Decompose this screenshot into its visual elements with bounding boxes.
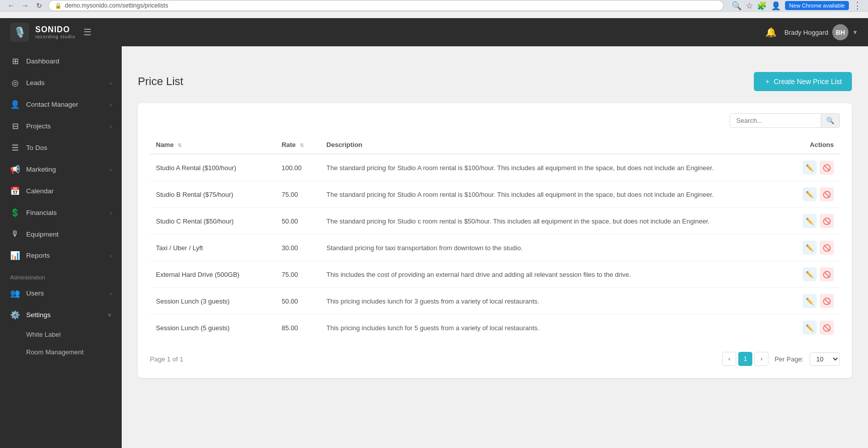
delete-button[interactable]: 🚫	[820, 267, 834, 281]
sidebar-item-todos[interactable]: ☰ To Dos	[0, 137, 122, 159]
sidebar-item-contact-manager[interactable]: 👤 Contact Manager ›	[0, 94, 122, 115]
cell-rate: 75.00	[276, 261, 320, 288]
cell-name: Session Lunch (3 guests)	[150, 288, 276, 315]
cell-rate: 85.00	[276, 315, 320, 341]
bell-icon[interactable]: 🔔	[765, 27, 776, 38]
contact-manager-icon: 👤	[10, 100, 20, 109]
page-title: Price List	[138, 75, 183, 88]
projects-icon: ⊟	[10, 121, 20, 131]
cell-actions: ✏️ 🚫	[783, 208, 840, 235]
sidebar-item-equipment[interactable]: 🎙 Equipment	[0, 223, 122, 245]
cell-name: Studio C Rental ($50/hour)	[150, 208, 276, 235]
header-right: 🔔 Brady Hoggard BH ▼	[765, 24, 858, 40]
sidebar: ⊞ Dashboard ◎ Leads › 👤 Contact Manager …	[0, 46, 122, 448]
sidebar-item-label: Users	[26, 289, 44, 297]
sidebar-item-reports[interactable]: 📊 Reports ›	[0, 245, 122, 266]
reload-btn[interactable]: ↻	[34, 1, 44, 11]
sidebar-item-calendar[interactable]: 📅 Calendar	[0, 180, 122, 202]
user-info[interactable]: Brady Hoggard BH ▼	[785, 24, 858, 40]
price-list-card: 🔍 Name ⇅ Rate ⇅ Description	[138, 103, 852, 378]
sidebar-item-marketing[interactable]: 📢 Marketing ›	[0, 159, 122, 180]
plus-icon: ＋	[764, 77, 771, 86]
search-button[interactable]: 🔍	[821, 114, 839, 127]
search-input[interactable]	[730, 114, 821, 127]
sidebar-item-dashboard[interactable]: ⊞ Dashboard	[0, 50, 122, 72]
cell-actions: ✏️ 🚫	[783, 181, 840, 208]
forward-btn[interactable]: →	[20, 1, 30, 11]
sidebar-item-leads[interactable]: ◎ Leads ›	[0, 72, 122, 94]
page-btn-1[interactable]: 1	[738, 352, 752, 366]
actions-cell: ✏️ 🚫	[789, 187, 834, 201]
prev-page-btn[interactable]: ‹	[722, 352, 736, 366]
financials-icon: 💲	[10, 208, 20, 217]
edit-button[interactable]: ✏️	[803, 161, 817, 175]
marketing-icon: 📢	[10, 165, 20, 174]
delete-button[interactable]: 🚫	[820, 294, 834, 308]
delete-button[interactable]: 🚫	[820, 187, 834, 201]
cell-rate: 100.00	[276, 154, 320, 181]
actions-cell: ✏️ 🚫	[789, 267, 834, 281]
delete-button[interactable]: 🚫	[820, 161, 834, 175]
star-icon[interactable]: ☆	[746, 1, 753, 11]
extensions-icon[interactable]: 🧩	[757, 1, 767, 11]
per-page-select[interactable]: 10 25 50 100	[810, 352, 840, 366]
create-price-list-button[interactable]: ＋ Create New Price List	[754, 72, 852, 91]
edit-button[interactable]: ✏️	[803, 214, 817, 228]
table-body: Studio A Rental ($100/hour) 100.00 The s…	[150, 154, 840, 341]
sidebar-item-label: Financials	[26, 209, 57, 216]
zoom-icon[interactable]: 🔍	[732, 1, 742, 11]
sidebar-item-projects[interactable]: ⊟ Projects ›	[0, 115, 122, 137]
delete-button[interactable]: 🚫	[820, 214, 834, 228]
sidebar-item-label: Contact Manager	[26, 101, 78, 108]
chevron-right-icon: ›	[110, 210, 112, 216]
sidebar-item-users[interactable]: 👥 Users ›	[0, 282, 122, 304]
chevron-right-icon: ›	[110, 123, 112, 129]
col-rate[interactable]: Rate ⇅	[276, 136, 320, 154]
edit-button[interactable]: ✏️	[803, 241, 817, 255]
new-chrome-badge[interactable]: New Chrome available	[785, 1, 849, 10]
cell-actions: ✏️ 🚫	[783, 288, 840, 315]
table-row: Session Lunch (5 guests) 85.00 This pric…	[150, 315, 840, 341]
col-description: Description	[320, 136, 783, 154]
sidebar-sub-item-white-label[interactable]: White Label	[0, 326, 122, 343]
delete-button[interactable]: 🚫	[820, 321, 834, 335]
next-page-btn[interactable]: ›	[754, 352, 768, 366]
cell-description: This includes the cost of providing an e…	[320, 261, 783, 288]
users-icon: 👥	[10, 288, 20, 298]
logo-text: SONIDO	[35, 25, 75, 34]
edit-button[interactable]: ✏️	[803, 294, 817, 308]
white-label-label: White Label	[26, 331, 61, 338]
sidebar-sub-item-room-management[interactable]: Room Management	[0, 343, 122, 361]
cell-name: Studio B Rental ($75/hour)	[150, 181, 276, 208]
sidebar-item-financials[interactable]: 💲 Financials ›	[0, 202, 122, 223]
profile-icon[interactable]: 👤	[771, 1, 781, 11]
delete-button[interactable]: 🚫	[820, 241, 834, 255]
edit-button[interactable]: ✏️	[803, 187, 817, 201]
col-name[interactable]: Name ⇅	[150, 136, 276, 154]
sidebar-item-label: Calendar	[26, 187, 54, 195]
actions-cell: ✏️ 🚫	[789, 294, 834, 308]
edit-button[interactable]: ✏️	[803, 267, 817, 281]
sort-icon: ⇅	[300, 142, 304, 148]
sidebar-item-label: Marketing	[26, 166, 56, 173]
cell-rate: 50.00	[276, 288, 320, 315]
edit-button[interactable]: ✏️	[803, 321, 817, 335]
cell-name: Studio A Rental ($100/hour)	[150, 154, 276, 181]
top-header: 🎙️ SONIDO recording studio ☰ 🔔 Brady Hog…	[0, 18, 868, 46]
table-row: Studio B Rental ($75/hour) 75.00 The sta…	[150, 181, 840, 208]
main-content: Price List ＋ Create New Price List 🔍 Nam…	[122, 58, 868, 448]
dashboard-icon: ⊞	[10, 56, 20, 66]
cell-rate: 75.00	[276, 181, 320, 208]
table-top-bar: 🔍	[150, 113, 840, 128]
actions-cell: ✏️ 🚫	[789, 321, 834, 335]
url-bar[interactable]: 🔒 demo.mysonido.com/settings/pricelists	[48, 0, 724, 11]
create-btn-label: Create New Price List	[774, 78, 842, 86]
menu-dots-icon[interactable]: ⋮	[853, 0, 862, 11]
chevron-right-icon: ›	[110, 80, 112, 86]
cell-rate: 50.00	[276, 208, 320, 235]
user-name: Brady Hoggard	[785, 29, 828, 36]
back-btn[interactable]: ←	[6, 1, 16, 11]
table-header: Name ⇅ Rate ⇅ Description Actions	[150, 136, 840, 154]
hamburger-icon[interactable]: ☰	[83, 27, 92, 38]
sidebar-item-settings[interactable]: ⚙️ Settings ∨	[0, 304, 122, 326]
